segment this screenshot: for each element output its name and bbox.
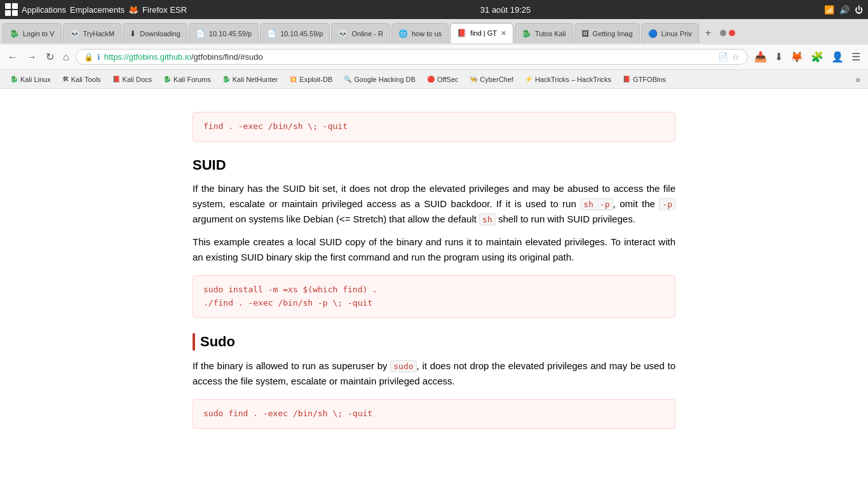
tab-label: 10.10.45.59/p bbox=[209, 30, 252, 37]
suid-code-line1: sudo install -m =xs $(which find) . bbox=[203, 283, 665, 297]
nav-right-icons: 📥 ⬇ 🦊 🧩 👤 ☰ bbox=[752, 48, 863, 65]
bookmark-kali-nethunter[interactable]: 🐉 Kali NetHunter bbox=[217, 74, 283, 85]
tab-favicon: 🐉 bbox=[10, 29, 19, 38]
taskbar-datetime: 31 août 19:25 bbox=[194, 5, 817, 15]
tab-dot bbox=[720, 30, 726, 36]
tab-label: Linux Priv bbox=[661, 30, 692, 37]
content-wrapper: find . -exec /bin/sh \; -quit SUID If th… bbox=[180, 112, 688, 429]
bookmark-favicon: ⚡ bbox=[525, 76, 532, 83]
firefox-icon: 🦊 bbox=[128, 5, 139, 15]
tab-ip1[interactable]: 📄 10.10.45.59/p bbox=[189, 23, 259, 43]
wifi-icon: 📶 bbox=[824, 5, 834, 15]
forward-button[interactable]: → bbox=[24, 49, 39, 65]
tab-label: find | GT bbox=[470, 29, 497, 37]
tab-close-icon[interactable]: ✕ bbox=[501, 29, 506, 37]
bookmarks-bar: 🐉 Kali Linux 🛠 Kali Tools 📕 Kali Docs 🐉 … bbox=[0, 70, 868, 89]
bookmark-hacktricks[interactable]: ⚡ HackTricks – HackTricks bbox=[520, 74, 616, 85]
emplacements-menu[interactable]: Emplacements bbox=[70, 5, 125, 15]
bookmark-star-icon[interactable]: ☆ bbox=[732, 52, 740, 62]
avatar-icon[interactable]: 👤 bbox=[829, 48, 846, 65]
bookmark-label: Exploit-DB bbox=[299, 76, 332, 83]
bookmark-label: Kali Docs bbox=[123, 76, 152, 83]
inline-code-sh-p: sh -p bbox=[580, 198, 613, 210]
bookmark-favicon: 👨‍🍳 bbox=[470, 76, 477, 83]
reader-icon[interactable]: 📄 bbox=[718, 52, 728, 62]
tab-bar: 🐉 Login to V 💀 TryHackM ⬇ Downloading 📄 … bbox=[0, 19, 868, 44]
extensions-icon[interactable]: 🧩 bbox=[808, 48, 826, 65]
tab-label: how to us bbox=[412, 30, 442, 37]
sudo-paragraph-1: If the binary is allowed to run as super… bbox=[193, 358, 675, 389]
tab-linux-priv[interactable]: 🔵 Linux Priv bbox=[641, 23, 699, 43]
bookmark-kali-forums[interactable]: 🐉 Kali Forums bbox=[158, 74, 216, 85]
suid-code-line2: ./find . -exec /bin/sh -p \; -quit bbox=[203, 297, 665, 310]
bookmark-label: OffSec bbox=[437, 76, 458, 83]
tab-favicon: 📕 bbox=[457, 29, 466, 37]
bookmark-favicon: 🐉 bbox=[163, 76, 171, 83]
bookmark-favicon: 🛠 bbox=[62, 76, 69, 83]
tab-dot-red bbox=[729, 30, 735, 36]
firefox-label[interactable]: Firefox ESR bbox=[142, 5, 187, 15]
tab-label: TryHackM bbox=[83, 30, 115, 37]
grid-icon[interactable] bbox=[5, 3, 18, 16]
tab-favicon: 🌐 bbox=[398, 29, 408, 38]
pocket-icon[interactable]: 📥 bbox=[752, 48, 770, 65]
tab-overflow-dots bbox=[720, 30, 735, 36]
nav-bar: ← → ↻ ⌂ 🔒 ℹ https://gtfobins.github.io/g… bbox=[0, 44, 868, 70]
bookmark-favicon: 🐉 bbox=[10, 76, 18, 83]
bookmark-offsec[interactable]: 🔴 OffSec bbox=[422, 74, 463, 85]
tab-favicon: 💀 bbox=[338, 29, 348, 38]
bookmark-label: CyberChef bbox=[480, 76, 513, 83]
bookmark-favicon: 🐉 bbox=[222, 76, 230, 83]
url-text: https://gtfobins.github.io/gtfobins/find… bbox=[104, 52, 714, 62]
bookmark-cyberchef[interactable]: 👨‍🍳 CyberChef bbox=[465, 74, 519, 85]
sudo-border-decoration bbox=[193, 333, 195, 351]
page-content: find . -exec /bin/sh \; -quit SUID If th… bbox=[0, 89, 868, 488]
tab-favicon: ⬇ bbox=[130, 29, 136, 38]
bookmark-kali-tools[interactable]: 🛠 Kali Tools bbox=[57, 74, 106, 85]
firefox-account-icon[interactable]: 🦊 bbox=[788, 48, 806, 65]
bookmark-label: HackTricks – HackTricks bbox=[535, 76, 611, 83]
url-bar[interactable]: 🔒 ℹ https://gtfobins.github.io/gtfobins/… bbox=[76, 49, 748, 65]
suid-heading: SUID bbox=[193, 157, 675, 173]
bookmark-google-hacking-db[interactable]: 🔍 Google Hacking DB bbox=[339, 74, 421, 85]
new-tab-button[interactable]: + bbox=[700, 24, 716, 43]
reload-button[interactable]: ↻ bbox=[43, 48, 57, 65]
sudo-heading: Sudo bbox=[193, 333, 675, 351]
tab-ip2[interactable]: 📄 10.10.45.59/p bbox=[260, 23, 330, 43]
bookmark-kali-linux[interactable]: 🐉 Kali Linux bbox=[5, 74, 56, 85]
tab-howto[interactable]: 🌐 how to us bbox=[391, 23, 449, 43]
download-icon[interactable]: ⬇ bbox=[772, 48, 785, 65]
sudo-heading-text: Sudo bbox=[200, 334, 235, 350]
info-icon: ℹ bbox=[97, 53, 100, 62]
tab-label: 10.10.45.59/p bbox=[280, 30, 323, 37]
bookmarks-more-button[interactable]: » bbox=[853, 73, 863, 86]
sudo-code-text: sudo find . -exec /bin/sh \; -quit bbox=[203, 409, 372, 418]
tab-online[interactable]: 💀 Online - R bbox=[331, 23, 390, 43]
tab-tutos[interactable]: 🐉 Tutos Kali bbox=[515, 23, 573, 43]
power-icon[interactable]: ⏻ bbox=[855, 5, 863, 15]
bookmark-label: GTFOBins bbox=[633, 76, 666, 83]
menu-icon[interactable]: ☰ bbox=[849, 48, 863, 65]
bookmark-exploit-db[interactable]: 💥 Exploit-DB bbox=[284, 74, 337, 85]
bookmark-favicon: 🔍 bbox=[344, 76, 351, 83]
bookmark-kali-docs[interactable]: 📕 Kali Docs bbox=[107, 74, 157, 85]
tab-favicon: 🖼 bbox=[581, 29, 589, 38]
home-button[interactable]: ⌂ bbox=[60, 49, 72, 65]
bookmark-favicon: 📕 bbox=[623, 76, 630, 83]
tab-login[interactable]: 🐉 Login to V bbox=[3, 23, 62, 43]
bookmark-label: Kali Linux bbox=[20, 76, 51, 83]
tab-favicon: 📄 bbox=[267, 29, 276, 38]
taskbar-apps: Applications Emplacements 🦊 Firefox ESR bbox=[5, 3, 187, 16]
tab-tryhackme[interactable]: 💀 TryHackM bbox=[63, 23, 122, 43]
sudo-para1-part1: If the binary is allowed to run as super… bbox=[193, 360, 390, 371]
bookmark-favicon: 🔴 bbox=[427, 76, 435, 83]
tab-getting-img[interactable]: 🖼 Getting Imag bbox=[574, 23, 640, 43]
bookmark-label: Google Hacking DB bbox=[354, 76, 416, 83]
tab-find-gtfo[interactable]: 📕 find | GT ✕ bbox=[450, 23, 513, 43]
tab-favicon: 🐉 bbox=[522, 29, 531, 38]
code-block-suid: sudo install -m =xs $(which find) . ./fi… bbox=[193, 275, 675, 318]
bookmark-gtfobins[interactable]: 📕 GTFOBins bbox=[618, 74, 671, 85]
applications-menu[interactable]: Applications bbox=[22, 5, 66, 15]
tab-downloading[interactable]: ⬇ Downloading bbox=[123, 23, 187, 43]
back-button[interactable]: ← bbox=[5, 49, 20, 65]
